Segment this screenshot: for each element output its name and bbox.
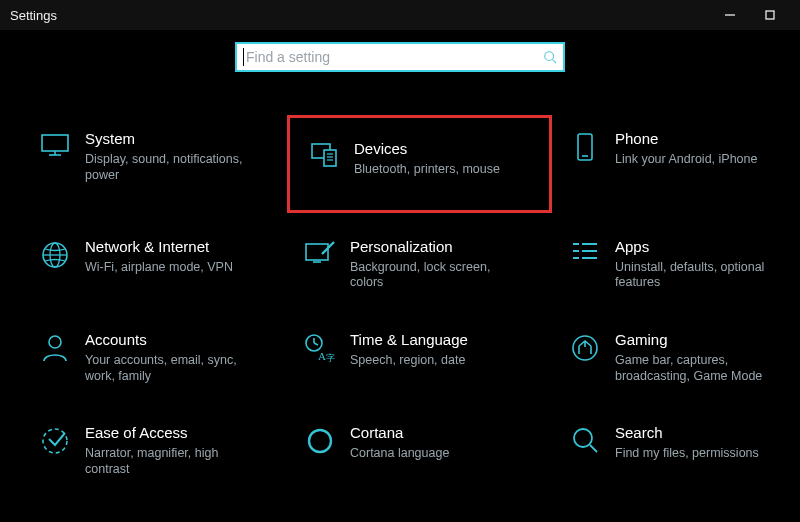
tile-subtitle: Background, lock screen, colors <box>350 260 525 291</box>
search-input[interactable]: Find a setting <box>235 42 565 72</box>
tile-system[interactable]: System Display, sound, notifications, po… <box>27 120 282 193</box>
svg-line-29 <box>314 343 318 345</box>
tile-search[interactable]: Search Find my files, permissions <box>557 414 795 472</box>
tile-subtitle: Display, sound, notifications, power <box>85 152 260 183</box>
svg-rect-1 <box>766 11 774 19</box>
system-icon <box>35 130 75 158</box>
tile-accounts[interactable]: Accounts Your accounts, email, sync, wor… <box>27 321 282 394</box>
tile-title: Ease of Access <box>85 424 260 442</box>
tile-title: Devices <box>354 140 500 158</box>
tile-subtitle: Wi-Fi, airplane mode, VPN <box>85 260 233 276</box>
tile-title: Search <box>615 424 759 442</box>
tile-network[interactable]: Network & Internet Wi-Fi, airplane mode,… <box>27 228 282 286</box>
tile-subtitle: Link your Android, iPhone <box>615 152 757 168</box>
paint-icon <box>300 238 340 266</box>
time-language-icon: A字 <box>300 331 340 363</box>
svg-text:字: 字 <box>326 353 335 363</box>
title-bar: Settings <box>0 0 800 30</box>
window-controls <box>710 0 790 30</box>
tile-subtitle: Narrator, magnifier, high contrast <box>85 446 260 477</box>
tile-title: Gaming <box>615 331 785 349</box>
svg-point-32 <box>573 336 597 360</box>
tile-title: Network & Internet <box>85 238 233 256</box>
tile-title: Cortana <box>350 424 449 442</box>
tile-title: Personalization <box>350 238 525 256</box>
tile-personalization[interactable]: Personalization Background, lock screen,… <box>292 228 547 301</box>
tile-devices[interactable]: Devices Bluetooth, printers, mouse <box>292 120 547 208</box>
tile-gaming[interactable]: Gaming Game bar, captures, broadcasting,… <box>557 321 795 394</box>
tile-phone[interactable]: Phone Link your Android, iPhone <box>557 120 795 178</box>
search-area: Find a setting <box>0 42 800 72</box>
tile-title: Apps <box>615 238 785 256</box>
tile-subtitle: Cortana language <box>350 446 449 462</box>
phone-icon <box>565 130 605 162</box>
tile-title: Phone <box>615 130 757 148</box>
tile-apps[interactable]: Apps Uninstall, defaults, optional featu… <box>557 228 795 301</box>
settings-grid: System Display, sound, notifications, po… <box>27 120 785 487</box>
search-placeholder: Find a setting <box>246 49 543 65</box>
svg-point-34 <box>309 430 331 452</box>
minimize-button[interactable] <box>710 0 750 30</box>
text-cursor <box>243 48 244 66</box>
apps-icon <box>565 238 605 262</box>
window-title: Settings <box>10 8 57 23</box>
tile-cortana[interactable]: Cortana Cortana language <box>292 414 547 472</box>
svg-rect-4 <box>42 135 68 151</box>
search-icon <box>543 50 557 64</box>
gaming-icon <box>565 331 605 363</box>
tile-subtitle: Bluetooth, printers, mouse <box>354 162 500 178</box>
ease-of-access-icon <box>35 424 75 456</box>
svg-line-3 <box>553 60 557 64</box>
svg-point-33 <box>43 429 67 453</box>
svg-point-26 <box>49 336 61 348</box>
tile-subtitle: Speech, region, date <box>350 353 468 369</box>
tile-title: Time & Language <box>350 331 468 349</box>
maximize-icon <box>765 10 775 20</box>
svg-line-36 <box>590 445 597 452</box>
tile-time-language[interactable]: A字 Time & Language Speech, region, date <box>292 321 547 379</box>
tile-title: System <box>85 130 260 148</box>
minimize-icon <box>725 10 735 20</box>
tile-ease-of-access[interactable]: Ease of Access Narrator, magnifier, high… <box>27 414 282 487</box>
devices-icon <box>304 140 344 168</box>
globe-icon <box>35 238 75 270</box>
tile-subtitle: Find my files, permissions <box>615 446 759 462</box>
svg-point-2 <box>545 52 554 61</box>
maximize-button[interactable] <box>750 0 790 30</box>
tile-subtitle: Your accounts, email, sync, work, family <box>85 353 260 384</box>
cortana-icon <box>300 424 340 456</box>
tile-title: Accounts <box>85 331 260 349</box>
search-large-icon <box>565 424 605 454</box>
tile-subtitle: Game bar, captures, broadcasting, Game M… <box>615 353 785 384</box>
svg-rect-8 <box>324 150 336 166</box>
svg-point-35 <box>574 429 592 447</box>
svg-text:A: A <box>318 350 326 362</box>
person-icon <box>35 331 75 363</box>
tile-subtitle: Uninstall, defaults, optional features <box>615 260 785 291</box>
